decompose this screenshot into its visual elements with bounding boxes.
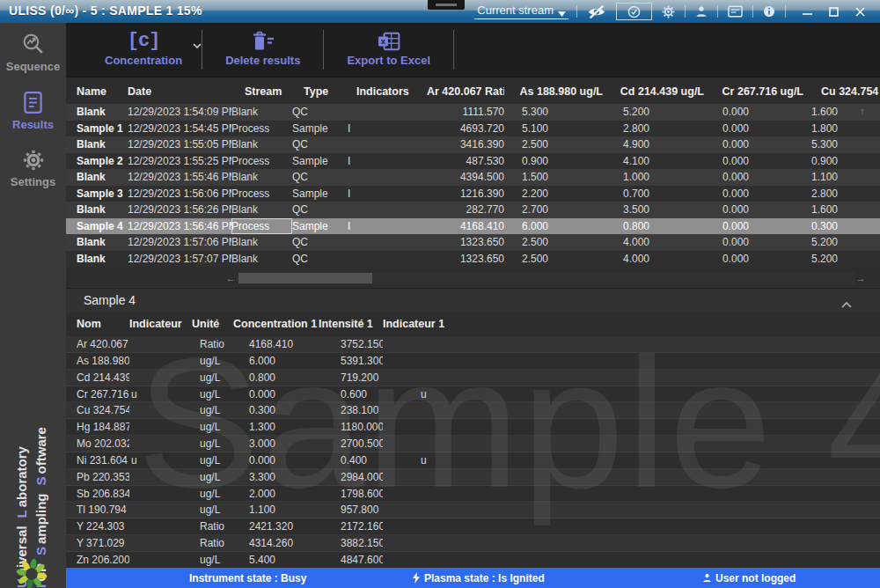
table-row[interactable]: Blank12/29/2023 1:56:26 PMBlankQC282.770…	[66, 202, 880, 218]
cell-ind1[interactable]	[383, 353, 880, 369]
cell-date[interactable]: 12/29/2023 1:54:45 PM	[128, 121, 231, 137]
column-header[interactable]: Concentration 1	[233, 312, 319, 335]
cell-unit[interactable]: ug/L	[192, 436, 233, 452]
table-row[interactable]: Cd 214.439ug/L0.800719.200	[66, 370, 880, 386]
cell-ind1[interactable]: u	[383, 452, 880, 468]
horizontal-scrollbar[interactable]: ← →	[224, 272, 867, 284]
cell-name[interactable]: Sample 1	[77, 121, 128, 137]
cell-ar[interactable]: 487.530	[427, 153, 504, 170]
column-header[interactable]: Unité	[192, 312, 233, 335]
cell-name[interactable]: Sample 3	[77, 186, 128, 202]
cell-name[interactable]: Sample 4	[77, 218, 128, 235]
cell-name[interactable]: Blank	[77, 104, 128, 121]
cell-name[interactable]: Blank	[77, 202, 128, 218]
table-row-selected[interactable]: Sample 412/29/2023 1:56:46 PMProcessSamp…	[66, 218, 880, 235]
cell-ind[interactable]: I	[348, 153, 427, 170]
cell-date[interactable]: 12/29/2023 1:56:26 PM	[128, 202, 231, 218]
table-row[interactable]: Cu 324.754ug/L0.300238.100	[66, 402, 880, 419]
cell-unit[interactable]: ug/L	[192, 419, 233, 435]
cell-type[interactable]: QC	[292, 251, 348, 268]
cell-conc[interactable]: 4314.260	[233, 535, 319, 551]
cell-name[interactable]: Blank	[77, 169, 128, 186]
cell-name[interactable]: Blank	[77, 234, 128, 251]
cell-name[interactable]: Blank	[77, 251, 128, 268]
table-row[interactable]: Blank12/29/2023 1:54:09 PMBlankQC1111.57…	[66, 104, 880, 121]
table-row[interactable]: Pb 220.353ug/L3.3002984.000	[66, 469, 880, 486]
cell-ind1[interactable]	[383, 552, 880, 568]
column-header[interactable]: Stream	[231, 79, 292, 104]
cell-ind[interactable]	[348, 234, 427, 251]
cell-intens[interactable]: 1798.600	[319, 486, 383, 502]
collapse-panel-button[interactable]	[841, 296, 852, 312]
cell-stream[interactable]: Blank	[231, 104, 292, 121]
table-row[interactable]: Ar 420.067Ratio4168.4103752.150	[66, 336, 880, 353]
cell-ind1[interactable]: u	[383, 386, 880, 402]
scrollbar-thumb[interactable]	[238, 273, 372, 283]
cell-cr[interactable]: 0.000	[704, 136, 803, 153]
maximize-button[interactable]	[820, 2, 847, 21]
cell-conc[interactable]: 5.400	[233, 552, 319, 568]
cell-nom[interactable]: Sb 206.834	[77, 486, 129, 502]
cell-conc[interactable]: 3.300	[233, 469, 319, 485]
sidebar-item-settings[interactable]: Settings	[0, 150, 66, 188]
scroll-up-arrow[interactable]: ↑	[855, 106, 869, 116]
cell-intens[interactable]: 2700.500	[319, 436, 383, 452]
sidebar-item-sequence[interactable]: Sequence	[0, 32, 66, 73]
cell-unit[interactable]: ug/L	[192, 502, 233, 518]
table-row[interactable]: Y 371.029Ratio4314.2603882.150	[66, 535, 880, 552]
cell-conc[interactable]: 0.000	[233, 386, 319, 402]
column-header[interactable]: Ar 420.067 Ratio	[427, 79, 504, 104]
cell-type[interactable]: Sample	[292, 153, 348, 170]
cell-nom[interactable]: Y 224.303	[77, 518, 129, 534]
table-row[interactable]: As 188.980ug/L6.0005391.300	[66, 353, 880, 370]
scroll-left-arrow[interactable]: ←	[224, 272, 237, 284]
column-header[interactable]: As 188.980 ug/L	[504, 79, 603, 104]
cell-stream[interactable]: Blank	[231, 234, 292, 251]
cell-name[interactable]: Sample 2	[77, 153, 128, 170]
cell-ind1[interactable]	[383, 518, 880, 534]
cell-intens[interactable]: 2172.160	[319, 518, 383, 534]
cell-ar[interactable]: 4693.720	[427, 121, 504, 137]
column-header[interactable]: Nom	[77, 312, 129, 335]
cell-cr[interactable]: 0.000	[704, 202, 803, 218]
cell-ind1[interactable]	[383, 419, 880, 435]
delete-results-button[interactable]: Delete results	[202, 23, 323, 77]
table-row[interactable]: Tl 190.794ug/L1.100957.800	[66, 502, 880, 518]
table-row[interactable]: Zn 206.200ug/L5.4004847.600	[66, 552, 880, 568]
vertical-scrollbar[interactable]: ↑ ↓	[855, 106, 869, 296]
cell-ind[interactable]: I	[348, 218, 427, 235]
cell-conc[interactable]: 6.000	[233, 353, 319, 369]
cell-nom[interactable]: Zn 206.200	[77, 552, 129, 568]
cell-cd[interactable]: 4.900	[603, 136, 704, 153]
table-row[interactable]: Cr 267.716uug/L0.0000.600u	[66, 386, 880, 403]
column-header[interactable]: Intensité 1	[319, 312, 383, 335]
cell-intens[interactable]: 3882.150	[319, 535, 383, 551]
concentration-button[interactable]: [c] Concentration	[82, 28, 205, 72]
cell-ar[interactable]: 282.770	[427, 202, 504, 218]
cell-conc[interactable]: 3.000	[233, 436, 319, 452]
cell-nom[interactable]: Y 371.029	[77, 535, 129, 551]
cell-conc[interactable]: 4168.410	[233, 336, 319, 352]
cell-nom[interactable]: Ni 231.604	[77, 452, 129, 468]
table-row[interactable]: Blank12/29/2023 1:55:46 PMBlankQC4394.50…	[66, 169, 880, 186]
cell-stream[interactable]: Process	[231, 218, 292, 235]
column-header[interactable]: Type	[292, 79, 348, 104]
table-row[interactable]: Sb 206.834ug/L2.0001798.600	[66, 486, 880, 503]
cell-type[interactable]: Sample	[292, 186, 348, 202]
cell-ind1[interactable]	[383, 535, 880, 551]
cell-as[interactable]: 2.500	[504, 251, 603, 268]
concentration-dropdown-chevron[interactable]	[193, 36, 202, 52]
cell-cd[interactable]: 4.100	[603, 153, 704, 170]
current-stream-dropdown[interactable]: Current stream	[474, 4, 568, 19]
cell-ind[interactable]	[348, 136, 427, 153]
cell-ind[interactable]	[348, 202, 427, 218]
cell-ind[interactable]	[129, 486, 192, 502]
cell-nom[interactable]: Cd 214.439	[77, 370, 129, 386]
cell-stream[interactable]: Blank	[231, 169, 292, 186]
cell-unit[interactable]: ug/L	[192, 386, 233, 402]
cell-stream[interactable]: Blank	[231, 202, 292, 218]
cell-cr[interactable]: 0.000	[704, 104, 803, 121]
cell-as[interactable]: 5.300	[504, 104, 603, 121]
cell-intens[interactable]: 5391.300	[319, 353, 383, 369]
cell-conc[interactable]: 2421.320	[233, 518, 319, 534]
